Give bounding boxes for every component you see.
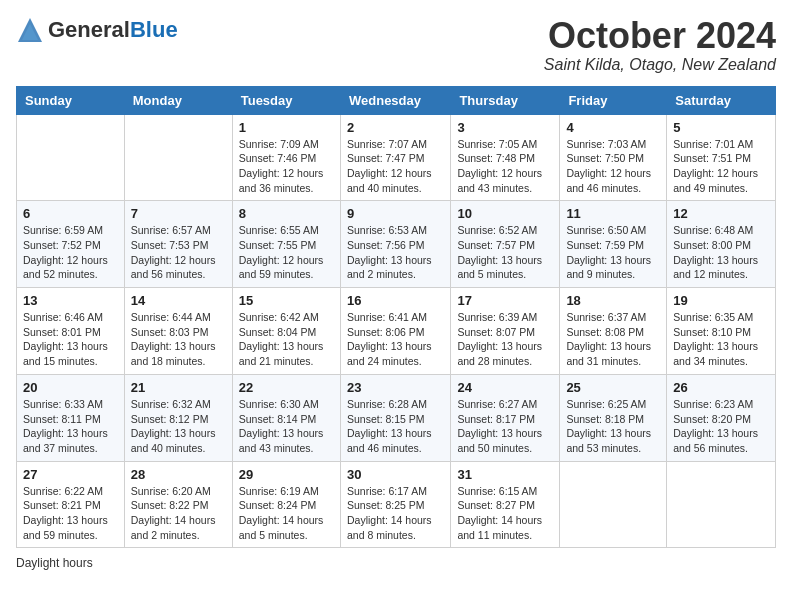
calendar-header-wednesday: Wednesday	[340, 86, 450, 114]
day-number: 25	[566, 380, 660, 395]
day-info: Sunrise: 6:37 AMSunset: 8:08 PMDaylight:…	[566, 310, 660, 369]
calendar-cell: 5Sunrise: 7:01 AMSunset: 7:51 PMDaylight…	[667, 114, 776, 201]
calendar-cell: 13Sunrise: 6:46 AMSunset: 8:01 PMDayligh…	[17, 288, 125, 375]
day-number: 22	[239, 380, 334, 395]
day-number: 11	[566, 206, 660, 221]
day-info: Sunrise: 6:23 AMSunset: 8:20 PMDaylight:…	[673, 397, 769, 456]
day-number: 24	[457, 380, 553, 395]
day-number: 13	[23, 293, 118, 308]
day-info: Sunrise: 6:33 AMSunset: 8:11 PMDaylight:…	[23, 397, 118, 456]
day-number: 7	[131, 206, 226, 221]
calendar-cell: 31Sunrise: 6:15 AMSunset: 8:27 PMDayligh…	[451, 461, 560, 548]
calendar-cell: 29Sunrise: 6:19 AMSunset: 8:24 PMDayligh…	[232, 461, 340, 548]
day-info: Sunrise: 7:03 AMSunset: 7:50 PMDaylight:…	[566, 137, 660, 196]
day-info: Sunrise: 6:27 AMSunset: 8:17 PMDaylight:…	[457, 397, 553, 456]
calendar-cell: 16Sunrise: 6:41 AMSunset: 8:06 PMDayligh…	[340, 288, 450, 375]
day-info: Sunrise: 6:50 AMSunset: 7:59 PMDaylight:…	[566, 223, 660, 282]
day-info: Sunrise: 6:15 AMSunset: 8:27 PMDaylight:…	[457, 484, 553, 543]
title-area: October 2024 Saint Kilda, Otago, New Zea…	[544, 16, 776, 74]
day-number: 9	[347, 206, 444, 221]
calendar-cell: 23Sunrise: 6:28 AMSunset: 8:15 PMDayligh…	[340, 374, 450, 461]
calendar-cell: 8Sunrise: 6:55 AMSunset: 7:55 PMDaylight…	[232, 201, 340, 288]
day-number: 12	[673, 206, 769, 221]
calendar-cell: 14Sunrise: 6:44 AMSunset: 8:03 PMDayligh…	[124, 288, 232, 375]
day-number: 6	[23, 206, 118, 221]
calendar-cell: 4Sunrise: 7:03 AMSunset: 7:50 PMDaylight…	[560, 114, 667, 201]
month-title: October 2024	[544, 16, 776, 56]
calendar-cell: 15Sunrise: 6:42 AMSunset: 8:04 PMDayligh…	[232, 288, 340, 375]
calendar-cell: 11Sunrise: 6:50 AMSunset: 7:59 PMDayligh…	[560, 201, 667, 288]
calendar-cell: 19Sunrise: 6:35 AMSunset: 8:10 PMDayligh…	[667, 288, 776, 375]
calendar-cell: 30Sunrise: 6:17 AMSunset: 8:25 PMDayligh…	[340, 461, 450, 548]
calendar-header-saturday: Saturday	[667, 86, 776, 114]
calendar-cell: 2Sunrise: 7:07 AMSunset: 7:47 PMDaylight…	[340, 114, 450, 201]
day-number: 27	[23, 467, 118, 482]
calendar-week-row: 1Sunrise: 7:09 AMSunset: 7:46 PMDaylight…	[17, 114, 776, 201]
day-number: 17	[457, 293, 553, 308]
day-info: Sunrise: 6:48 AMSunset: 8:00 PMDaylight:…	[673, 223, 769, 282]
calendar-cell: 9Sunrise: 6:53 AMSunset: 7:56 PMDaylight…	[340, 201, 450, 288]
calendar-table: SundayMondayTuesdayWednesdayThursdayFrid…	[16, 86, 776, 549]
day-number: 1	[239, 120, 334, 135]
calendar-cell: 7Sunrise: 6:57 AMSunset: 7:53 PMDaylight…	[124, 201, 232, 288]
calendar-cell: 28Sunrise: 6:20 AMSunset: 8:22 PMDayligh…	[124, 461, 232, 548]
day-info: Sunrise: 7:05 AMSunset: 7:48 PMDaylight:…	[457, 137, 553, 196]
logo-icon	[16, 16, 44, 44]
day-info: Sunrise: 6:53 AMSunset: 7:56 PMDaylight:…	[347, 223, 444, 282]
day-number: 20	[23, 380, 118, 395]
calendar-week-row: 13Sunrise: 6:46 AMSunset: 8:01 PMDayligh…	[17, 288, 776, 375]
calendar-cell	[124, 114, 232, 201]
calendar-cell: 18Sunrise: 6:37 AMSunset: 8:08 PMDayligh…	[560, 288, 667, 375]
calendar-cell: 26Sunrise: 6:23 AMSunset: 8:20 PMDayligh…	[667, 374, 776, 461]
day-number: 18	[566, 293, 660, 308]
day-info: Sunrise: 6:25 AMSunset: 8:18 PMDaylight:…	[566, 397, 660, 456]
day-info: Sunrise: 6:17 AMSunset: 8:25 PMDaylight:…	[347, 484, 444, 543]
day-info: Sunrise: 6:42 AMSunset: 8:04 PMDaylight:…	[239, 310, 334, 369]
day-info: Sunrise: 7:07 AMSunset: 7:47 PMDaylight:…	[347, 137, 444, 196]
logo: GeneralBlue	[16, 16, 178, 44]
calendar-cell: 10Sunrise: 6:52 AMSunset: 7:57 PMDayligh…	[451, 201, 560, 288]
day-number: 29	[239, 467, 334, 482]
day-info: Sunrise: 7:09 AMSunset: 7:46 PMDaylight:…	[239, 137, 334, 196]
day-info: Sunrise: 6:52 AMSunset: 7:57 PMDaylight:…	[457, 223, 553, 282]
day-info: Sunrise: 6:30 AMSunset: 8:14 PMDaylight:…	[239, 397, 334, 456]
day-number: 5	[673, 120, 769, 135]
calendar-week-row: 27Sunrise: 6:22 AMSunset: 8:21 PMDayligh…	[17, 461, 776, 548]
header: GeneralBlue October 2024 Saint Kilda, Ot…	[16, 16, 776, 74]
day-info: Sunrise: 6:35 AMSunset: 8:10 PMDaylight:…	[673, 310, 769, 369]
day-number: 14	[131, 293, 226, 308]
calendar-header-tuesday: Tuesday	[232, 86, 340, 114]
day-number: 8	[239, 206, 334, 221]
calendar-header-row: SundayMondayTuesdayWednesdayThursdayFrid…	[17, 86, 776, 114]
day-number: 23	[347, 380, 444, 395]
day-number: 10	[457, 206, 553, 221]
calendar-cell	[17, 114, 125, 201]
day-number: 31	[457, 467, 553, 482]
day-number: 21	[131, 380, 226, 395]
calendar-cell: 1Sunrise: 7:09 AMSunset: 7:46 PMDaylight…	[232, 114, 340, 201]
calendar-cell: 22Sunrise: 6:30 AMSunset: 8:14 PMDayligh…	[232, 374, 340, 461]
calendar-cell: 3Sunrise: 7:05 AMSunset: 7:48 PMDaylight…	[451, 114, 560, 201]
location-title: Saint Kilda, Otago, New Zealand	[544, 56, 776, 74]
calendar-header-monday: Monday	[124, 86, 232, 114]
day-info: Sunrise: 6:44 AMSunset: 8:03 PMDaylight:…	[131, 310, 226, 369]
day-info: Sunrise: 6:20 AMSunset: 8:22 PMDaylight:…	[131, 484, 226, 543]
day-info: Sunrise: 6:19 AMSunset: 8:24 PMDaylight:…	[239, 484, 334, 543]
daylight-hours-label: Daylight hours	[16, 556, 93, 570]
day-info: Sunrise: 6:57 AMSunset: 7:53 PMDaylight:…	[131, 223, 226, 282]
day-number: 15	[239, 293, 334, 308]
calendar-header-friday: Friday	[560, 86, 667, 114]
calendar-cell	[667, 461, 776, 548]
day-number: 19	[673, 293, 769, 308]
day-number: 28	[131, 467, 226, 482]
calendar-cell: 6Sunrise: 6:59 AMSunset: 7:52 PMDaylight…	[17, 201, 125, 288]
day-info: Sunrise: 6:41 AMSunset: 8:06 PMDaylight:…	[347, 310, 444, 369]
day-info: Sunrise: 6:59 AMSunset: 7:52 PMDaylight:…	[23, 223, 118, 282]
day-info: Sunrise: 6:39 AMSunset: 8:07 PMDaylight:…	[457, 310, 553, 369]
day-info: Sunrise: 6:22 AMSunset: 8:21 PMDaylight:…	[23, 484, 118, 543]
day-number: 4	[566, 120, 660, 135]
footer-note: Daylight hours	[16, 556, 776, 570]
day-number: 2	[347, 120, 444, 135]
calendar-cell: 24Sunrise: 6:27 AMSunset: 8:17 PMDayligh…	[451, 374, 560, 461]
day-info: Sunrise: 6:32 AMSunset: 8:12 PMDaylight:…	[131, 397, 226, 456]
